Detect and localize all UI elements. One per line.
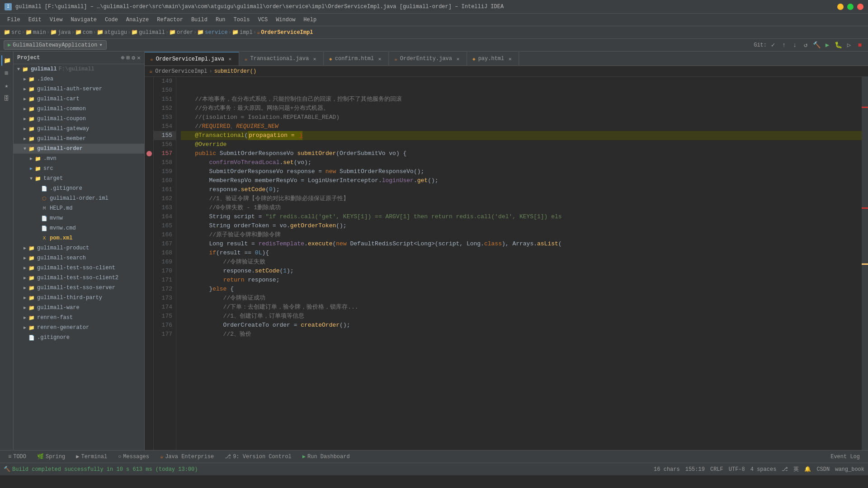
menu-help[interactable]: Help [300, 15, 320, 24]
bottom-tab-terminal[interactable]: ▶ Terminal [71, 452, 112, 461]
bottom-tab-version-control[interactable]: ⎇ 9: Version Control [220, 452, 296, 461]
bottom-tab-run-dashboard[interactable]: ▶ Run Dashboard [298, 452, 354, 461]
tree-target[interactable]: ▼ 📁 target [14, 174, 144, 183]
project-settings-button[interactable]: ⚙ [132, 54, 135, 61]
bc-service[interactable]: 📁 service [197, 29, 227, 36]
tab-close-confirm[interactable]: ✕ [377, 56, 383, 62]
git-push-button[interactable]: ↑ [779, 41, 788, 50]
tree-sso-client[interactable]: ▶ 📁 gulimall-test-sso-client [14, 263, 144, 273]
file-encoding[interactable]: UTF-8 [729, 466, 745, 473]
bottom-tab-messages[interactable]: ○ Messages [113, 452, 154, 461]
tree-common[interactable]: ▶ 📁 gulimall-common [14, 104, 144, 114]
menu-run[interactable]: Run [212, 15, 229, 24]
menu-window[interactable]: Window [272, 15, 299, 24]
menu-view[interactable]: View [46, 15, 66, 24]
tab-close-orderentity[interactable]: ✕ [455, 56, 461, 62]
bottom-tab-spring[interactable]: 🌿 Spring [33, 452, 70, 461]
bc-main[interactable]: 📁 main [25, 29, 46, 36]
bc-impl[interactable]: 📁 impl [232, 29, 253, 36]
tree-member[interactable]: ▶ 📁 gulimall-member [14, 134, 144, 144]
coverage-button[interactable]: ▷ [844, 41, 854, 50]
tree-order[interactable]: ▼ 📁 gulimall-order [14, 144, 144, 154]
menu-analyze[interactable]: Analyze [123, 15, 152, 24]
git-revert-button[interactable]: ↺ [801, 41, 810, 50]
cursor-position[interactable]: 155:19 [685, 466, 705, 473]
tree-gateway[interactable]: ▶ 📁 gulimall-gateway [14, 124, 144, 134]
activity-structure[interactable]: ⊞ [1, 68, 12, 79]
tree-mvn[interactable]: ▶ 📁 .mvn [14, 154, 144, 164]
code-editor[interactable]: //本地事务，在分布式系统，只能控制住自己的回滚，控制不了其他服务的回滚 //分… [176, 77, 862, 450]
window-controls[interactable] [837, 4, 863, 10]
bc-src[interactable]: 📁 src [4, 29, 21, 36]
tab-close-transactional[interactable]: ✕ [311, 56, 318, 62]
tree-root-gulimall[interactable]: ▼ 📁 gulimall F:\gulimall [14, 64, 144, 74]
bc-atguigu[interactable]: 📁 atguigu [97, 29, 127, 36]
run-button[interactable]: ▶ [823, 41, 832, 50]
bottom-tab-event-log[interactable]: Event Log [826, 452, 864, 461]
tab-orderentity[interactable]: ☕ OrderEntity.java ✕ [389, 52, 467, 66]
tree-mvnw-cmd[interactable]: ▶ 📄 mvnw.cmd [14, 223, 144, 233]
bc-com[interactable]: 📁 com [75, 29, 93, 36]
bottom-tab-todo[interactable]: ≡ TODO [4, 452, 31, 461]
tree-iml[interactable]: ▶ ⬡ gulimall-order.iml [14, 193, 144, 203]
tree-product[interactable]: ▶ 📁 gulimall-product [14, 243, 144, 253]
menu-edit[interactable]: Edit [25, 15, 45, 24]
menu-code[interactable]: Code [101, 15, 122, 24]
tree-idea[interactable]: ▶ 📁 .idea [14, 74, 144, 84]
bc-order[interactable]: 📁 order [169, 29, 193, 36]
activity-database[interactable]: 🗄 [1, 93, 12, 104]
tree-pom[interactable]: ▶ X pom.xml [14, 233, 144, 243]
tab-confirm-html[interactable]: ◈ confirm.html ✕ [324, 52, 389, 66]
run-configuration[interactable]: ▶ GulimallGatewayApplication ▾ [4, 40, 107, 50]
project-locate-button[interactable]: ⊕ [121, 54, 125, 61]
activity-favorites[interactable]: ★ [1, 80, 12, 91]
line-ending[interactable]: CRLF [710, 466, 723, 473]
bc-file[interactable]: ☕ OrderServiceImpl [257, 29, 313, 36]
tree-ware[interactable]: ▶ 📁 gulimall-ware [14, 303, 144, 313]
tree-renren-generator[interactable]: ▶ 📁 renren-generator [14, 323, 144, 333]
tab-close-pay[interactable]: ✕ [507, 56, 513, 62]
tree-sso-client2[interactable]: ▶ 📁 gulimall-test-sso-client2 [14, 273, 144, 283]
tab-pay-html[interactable]: ◈ pay.html ✕ [467, 52, 519, 66]
tab-transactional[interactable]: ☕ Transactional.java ✕ [239, 52, 324, 66]
git-commit-button[interactable]: ✓ [769, 41, 778, 50]
bc-java[interactable]: 📁 java [50, 29, 71, 36]
maximize-button[interactable] [847, 4, 854, 10]
debug-button[interactable]: 🐛 [834, 41, 843, 50]
project-close-button[interactable]: ✕ [137, 54, 141, 61]
git-update-button[interactable]: ↓ [790, 41, 799, 50]
tree-sso-server[interactable]: ▶ 📁 gulimall-test-sso-server [14, 283, 144, 293]
tree-help-md[interactable]: ▶ M HELP.md [14, 203, 144, 213]
notification-icon[interactable]: 🔔 [804, 466, 811, 473]
minimize-button[interactable] [837, 4, 844, 10]
project-expand-button[interactable]: ⊞ [127, 54, 130, 61]
menu-refactor[interactable]: Refactor [153, 15, 187, 24]
tree-search[interactable]: ▶ 📁 gulimall-search [14, 253, 144, 263]
tree-coupon[interactable]: ▶ 📁 gulimall-coupon [14, 114, 144, 124]
indent-setting[interactable]: 4 spaces [750, 466, 777, 473]
close-button[interactable] [857, 4, 863, 10]
tab-close-orderserviceimpl[interactable]: ✕ [227, 56, 233, 62]
editor-content[interactable]: 149 150 151 152 153 154 155 156 157 158 … [145, 77, 868, 450]
tree-root-gitignore[interactable]: ▶ 📄 .gitignore [14, 333, 144, 343]
breakpoint-157[interactable] [146, 151, 152, 156]
menu-build[interactable]: Build [188, 15, 211, 24]
menu-file[interactable]: File [4, 15, 24, 24]
menu-vcs[interactable]: VCS [255, 15, 272, 24]
tree-cart[interactable]: ▶ 📁 gulimall-cart [14, 94, 144, 104]
tree-renren-fast[interactable]: ▶ 📁 renren-fast [14, 313, 144, 323]
stop-button[interactable]: ■ [855, 41, 864, 50]
tab-orderserviceimpl[interactable]: ☕ OrderServiceImpl.java ✕ [145, 52, 239, 66]
menu-navigate[interactable]: Navigate [67, 15, 100, 24]
menu-tools[interactable]: Tools [230, 15, 254, 24]
bc-gulimall[interactable]: 📁 gulimall [131, 29, 165, 36]
tree-auth-server[interactable]: ▶ 📁 gulimall-auth-server [14, 84, 144, 94]
git-branch[interactable]: ⎇ [782, 466, 788, 473]
tree-gitignore-inner[interactable]: ▶ 📄 .gitignore [14, 183, 144, 193]
activity-project[interactable]: 📁 [1, 55, 12, 66]
tree-third-party[interactable]: ▶ 📁 gulimall-third-party [14, 293, 144, 303]
tree-src[interactable]: ▶ 📁 src [14, 164, 144, 174]
bottom-tab-java-enterprise[interactable]: ☕ Java Enterprise [156, 452, 218, 461]
tree-mvnw[interactable]: ▶ 📄 mvnw [14, 213, 144, 223]
build-button[interactable]: 🔨 [812, 41, 821, 50]
